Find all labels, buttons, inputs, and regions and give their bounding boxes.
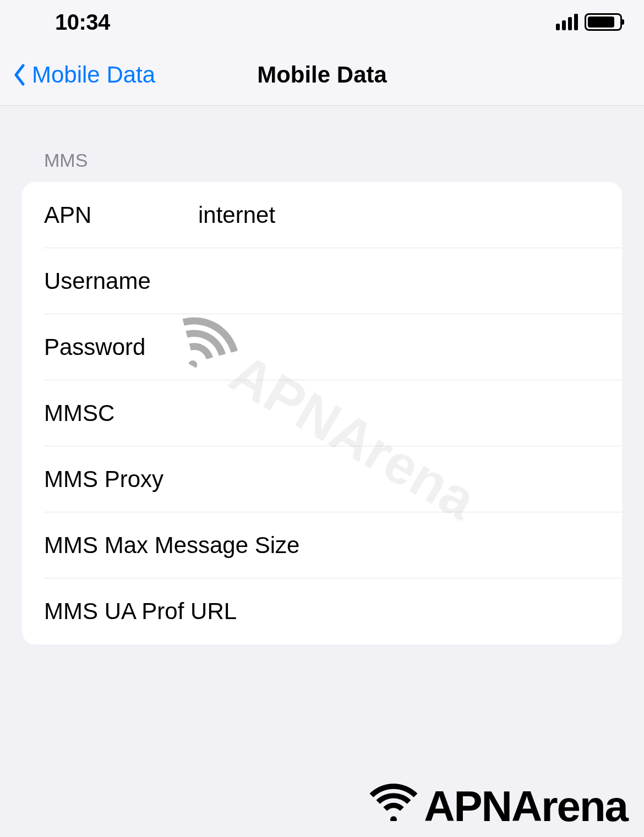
- section-header-mms: MMS: [22, 150, 622, 182]
- mms-proxy-row[interactable]: MMS Proxy: [22, 446, 622, 512]
- apn-input[interactable]: [198, 202, 622, 228]
- brand-logo-text: APNArena: [424, 781, 627, 831]
- mms-settings-group: APN Username Password MMSC MMS Proxy MMS…: [22, 182, 622, 644]
- mms-ua-prof-row[interactable]: MMS UA Prof URL: [22, 578, 622, 644]
- mmsc-input[interactable]: [198, 400, 622, 426]
- navigation-bar: Mobile Data Mobile Data: [0, 44, 644, 106]
- back-button[interactable]: Mobile Data: [11, 61, 155, 89]
- password-input[interactable]: [198, 334, 622, 360]
- apn-row[interactable]: APN: [22, 182, 622, 248]
- wifi-icon: [369, 781, 418, 831]
- page-title: Mobile Data: [257, 62, 387, 88]
- mms-ua-prof-label: MMS UA Prof URL: [44, 598, 622, 625]
- username-row[interactable]: Username: [22, 248, 622, 314]
- brand-logo: APNArena: [369, 781, 627, 831]
- battery-icon: [585, 13, 622, 31]
- mmsc-row[interactable]: MMSC: [22, 380, 622, 446]
- chevron-left-icon: [11, 61, 28, 89]
- status-bar: 10:34: [0, 0, 644, 44]
- status-time: 10:34: [55, 10, 110, 35]
- password-row[interactable]: Password: [22, 314, 622, 380]
- mms-max-size-label: MMS Max Message Size: [44, 532, 622, 559]
- back-label: Mobile Data: [32, 62, 155, 88]
- status-indicators: [556, 13, 622, 31]
- password-label: Password: [44, 334, 198, 360]
- username-label: Username: [44, 268, 198, 294]
- mms-proxy-label: MMS Proxy: [44, 466, 622, 493]
- mmsc-label: MMSC: [44, 400, 198, 426]
- username-input[interactable]: [198, 268, 622, 294]
- content-area: MMS APN Username Password MMSC MMS Proxy…: [0, 106, 644, 644]
- apn-label: APN: [44, 202, 198, 228]
- cellular-signal-icon: [556, 14, 578, 30]
- mms-max-size-row[interactable]: MMS Max Message Size: [22, 512, 622, 578]
